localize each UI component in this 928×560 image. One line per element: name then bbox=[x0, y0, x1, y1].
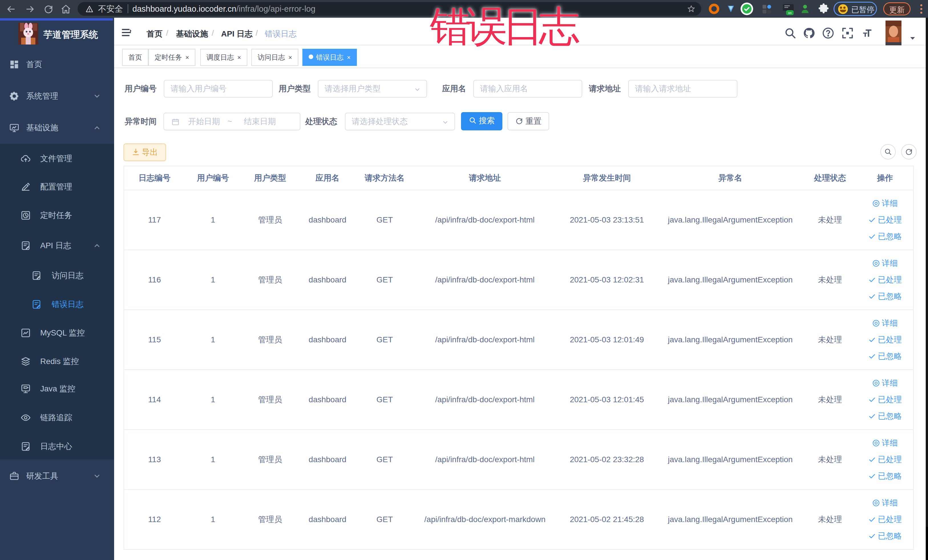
svg-text:on: on bbox=[788, 11, 792, 15]
